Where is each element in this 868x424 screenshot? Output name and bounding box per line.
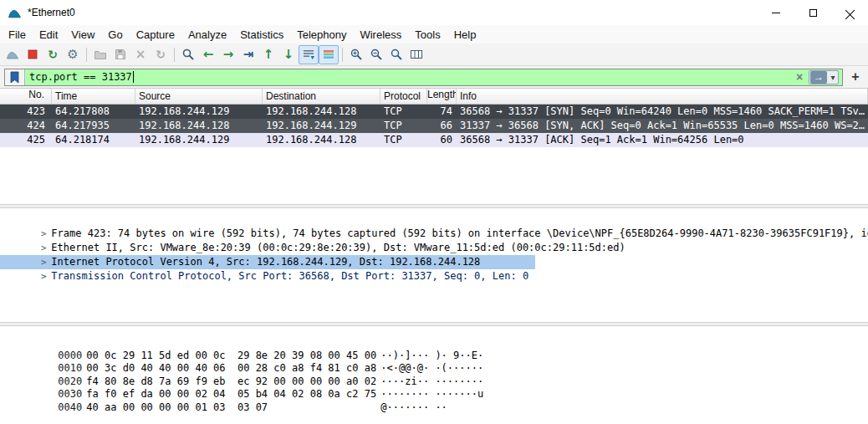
menu-item-help[interactable]: Help xyxy=(447,27,483,43)
go-forward-button[interactable]: → xyxy=(218,45,238,64)
arrow-down-icon: ↓ xyxy=(283,49,294,61)
auto-scroll-icon xyxy=(302,48,315,61)
save-file-button[interactable] xyxy=(110,45,130,64)
cell-destination: 192.168.244.128 xyxy=(263,133,380,147)
restart-capture-button[interactable]: ↻ xyxy=(43,45,63,64)
arrow-left-icon: ← xyxy=(203,49,214,61)
filter-bookmark-button[interactable] xyxy=(5,69,25,85)
packet-row-425[interactable]: 425 64.218174 192.168.244.129 192.168.24… xyxy=(0,133,868,147)
zoom-out-button[interactable] xyxy=(366,45,386,64)
cell-length: 74 xyxy=(427,105,457,119)
close-button[interactable] xyxy=(831,0,868,25)
find-packet-button[interactable] xyxy=(178,45,198,64)
resize-columns-icon xyxy=(410,48,423,61)
reload-button[interactable]: ↻ xyxy=(151,45,171,64)
auto-scroll-button[interactable] xyxy=(299,45,319,64)
cell-length: 66 xyxy=(427,119,457,133)
menu-item-statistics[interactable]: Statistics xyxy=(233,27,290,43)
menu-item-edit[interactable]: Edit xyxy=(33,27,64,43)
reload-icon: ↻ xyxy=(156,49,166,60)
colorize-button[interactable] xyxy=(319,45,339,64)
maximize-icon xyxy=(809,9,817,17)
cell-no: 425 xyxy=(0,133,52,147)
stop-capture-button[interactable] xyxy=(23,45,43,64)
zoom-reset-icon xyxy=(390,48,403,61)
cell-time: 64.218174 xyxy=(52,133,135,147)
hex-row[interactable]: 000000 0c 29 11 5d ed 00 0c 29 8e 20 39 … xyxy=(22,336,868,350)
hex-offset: 0010 xyxy=(58,362,86,375)
wireshark-window: *Ethernet0 File Edit View Go Capture Ana… xyxy=(0,0,868,424)
toolbar-separator xyxy=(174,48,175,62)
go-to-packet-button[interactable]: ⇥ xyxy=(238,45,258,64)
filter-history-dropdown[interactable]: ▾ xyxy=(828,73,838,82)
column-header-length[interactable]: Length xyxy=(427,89,457,104)
column-header-destination[interactable]: Destination xyxy=(263,89,380,104)
close-file-button[interactable]: × xyxy=(130,45,151,64)
detail-text: Transmission Control Protocol, Src Port:… xyxy=(51,270,528,282)
hex-ascii: ········ ·······u xyxy=(380,388,483,400)
zoom-reset-button[interactable] xyxy=(386,45,406,64)
menu-item-tools[interactable]: Tools xyxy=(408,27,447,43)
packet-list-header: No. Time Source Destination Protocol Len… xyxy=(0,89,868,105)
filter-clear-button[interactable]: × xyxy=(792,70,807,84)
cell-source: 192.168.244.129 xyxy=(135,105,263,119)
main-toolbar: ↻ ⚙ × ↻ xyxy=(0,43,868,66)
packet-row-423[interactable]: 423 64.217808 192.168.244.129 192.168.24… xyxy=(0,105,868,119)
column-header-no[interactable]: No. xyxy=(0,89,52,104)
folder-icon xyxy=(94,48,107,61)
menu-item-analyze[interactable]: Analyze xyxy=(181,27,233,43)
open-file-button[interactable] xyxy=(90,45,110,64)
menu-item-file[interactable]: File xyxy=(2,27,33,43)
column-header-info[interactable]: Info xyxy=(457,89,868,104)
hex-bytes: f4 80 8e d8 7a 69 f9 eb ec 92 00 00 00 0… xyxy=(86,375,380,389)
zoom-in-button[interactable] xyxy=(346,45,366,64)
cell-destination: 192.168.244.128 xyxy=(263,105,380,119)
filter-apply-button[interactable]: → xyxy=(810,71,827,84)
filter-apply-group: → ▾ xyxy=(809,70,839,84)
go-back-button[interactable]: ← xyxy=(198,45,218,64)
menu-item-go[interactable]: Go xyxy=(101,27,129,43)
menu-item-telephony[interactable]: Telephony xyxy=(290,27,353,43)
column-header-time[interactable]: Time xyxy=(52,89,135,104)
cell-protocol: TCP xyxy=(380,119,427,133)
resize-columns-button[interactable] xyxy=(406,45,426,64)
go-first-button[interactable]: ↑ xyxy=(258,45,278,64)
menu-item-wireless[interactable]: Wireless xyxy=(353,27,408,43)
menu-item-capture[interactable]: Capture xyxy=(130,27,181,43)
start-capture-button[interactable] xyxy=(3,45,23,64)
cell-info: 36568 → 31337 [SYN] Seq=0 Win=64240 Len=… xyxy=(457,105,868,119)
search-icon xyxy=(181,48,195,61)
add-filter-button[interactable]: + xyxy=(847,69,864,85)
hex-offset: 0000 xyxy=(58,350,86,363)
packet-row-424[interactable]: 424 64.217935 192.168.244.128 192.168.24… xyxy=(0,119,868,133)
minimize-button[interactable] xyxy=(758,0,794,25)
expand-arrow-icon[interactable]: > xyxy=(36,241,51,255)
filter-text: tcp.port == 31337 xyxy=(29,71,132,83)
expand-arrow-icon[interactable]: > xyxy=(36,227,51,241)
stop-square-icon xyxy=(26,48,39,61)
column-header-protocol[interactable]: Protocol xyxy=(380,89,427,104)
hex-ascii: @······· ·· xyxy=(380,401,447,413)
detail-line-frame[interactable]: >Frame 423: 74 bytes on wire (592 bits),… xyxy=(0,212,868,227)
filter-input[interactable]: tcp.port == 31337 xyxy=(25,71,792,83)
capture-options-button[interactable]: ⚙ xyxy=(63,45,83,64)
zoom-in-icon xyxy=(350,48,363,61)
cell-info: 31337 → 36568 [SYN, ACK] Seq=0 Ack=1 Win… xyxy=(457,119,868,133)
cell-protocol: TCP xyxy=(380,133,427,147)
maximize-button[interactable] xyxy=(794,0,831,25)
go-last-button[interactable]: ↓ xyxy=(278,45,299,64)
menu-item-view[interactable]: View xyxy=(64,27,101,43)
expand-arrow-icon[interactable]: > xyxy=(36,269,51,284)
zoom-out-icon xyxy=(370,48,383,61)
hex-offset: 0030 xyxy=(58,388,86,401)
restart-icon: ↻ xyxy=(48,49,58,60)
expand-arrow-icon[interactable]: > xyxy=(36,255,51,269)
close-file-icon: × xyxy=(135,49,146,61)
cell-destination: 192.168.244.129 xyxy=(263,119,380,133)
gear-icon: ⚙ xyxy=(67,49,78,61)
arrow-right-icon: → xyxy=(223,49,234,61)
column-header-source[interactable]: Source xyxy=(135,89,263,104)
text-caret xyxy=(133,71,134,83)
packet-details-pane: >Frame 423: 74 bytes on wire (592 bits),… xyxy=(0,208,868,322)
wireshark-logo-icon xyxy=(8,6,22,20)
